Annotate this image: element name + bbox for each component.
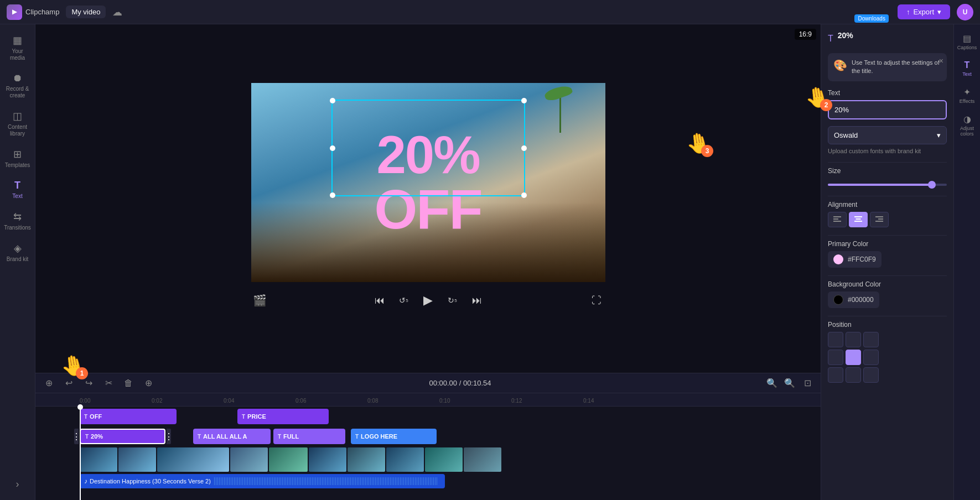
background-color-section: Background Color #000000 — [828, 280, 947, 308]
delete-button[interactable]: 🗑 — [121, 376, 136, 391]
tooltip-close-button[interactable]: × — [939, 56, 943, 65]
user-avatar[interactable]: U — [957, 4, 973, 20]
divider-3 — [828, 235, 947, 236]
primary-color-label: Primary Color — [828, 240, 947, 248]
primary-color-hex: #FFC0F9 — [848, 256, 876, 263]
sidebar-item-record-create[interactable]: ⏺ Record & create — [2, 68, 33, 103]
size-label: Size — [828, 167, 947, 175]
playhead-marker — [77, 404, 83, 410]
align-left-button[interactable] — [828, 212, 847, 227]
svg-rect-8 — [875, 221, 883, 222]
clip-20pct-right-handle[interactable]: ⋮ — [167, 429, 171, 444]
background-color-swatch-row[interactable]: #000000 — [828, 291, 879, 308]
sidebar-item-text[interactable]: T Text — [2, 175, 33, 204]
zoom-in-button[interactable]: 🔍 — [782, 376, 797, 391]
selection-box[interactable] — [331, 100, 525, 196]
tab-adjust-colors[interactable]: ◑ Adjust colors — [955, 110, 979, 141]
clip-all-all[interactable]: T ALL ALL ALL A — [193, 429, 271, 444]
undo-button[interactable]: ↩ — [61, 376, 76, 391]
clip-20pct-left-handle[interactable]: ⋮ — [74, 429, 79, 444]
selection-handle-bl[interactable] — [330, 192, 335, 198]
main-area: ▦ Your media ⏺ Record & create ◫ Content… — [0, 24, 980, 500]
play-button[interactable]: ▶ — [419, 291, 437, 309]
audio-clip[interactable]: ♪ Destination Happiness (30 Seconds Vers… — [80, 474, 445, 488]
content-label: Content library — [6, 124, 30, 137]
center-content: 16:9 20% OFF — [35, 24, 821, 500]
pos-mr[interactable] — [863, 350, 879, 365]
ruler-mark-02: 0:02 — [152, 398, 162, 404]
primary-color-swatch-row[interactable]: #FFC0F9 — [828, 251, 882, 268]
fit-timeline-button[interactable]: ⊡ — [800, 376, 815, 391]
pos-tc[interactable] — [846, 332, 861, 347]
text-input-field[interactable] — [828, 100, 947, 119]
audio-waveform — [213, 477, 438, 485]
sidebar-item-content-library[interactable]: ◫ Content library — [2, 106, 33, 142]
selection-handle-tr[interactable] — [521, 98, 527, 103]
pos-tr[interactable] — [863, 332, 879, 347]
font-upload-link[interactable]: Upload custom fonts with brand kit — [828, 148, 947, 154]
text-label: Text — [12, 193, 22, 200]
clip-logo-label: LOGO HERE — [361, 433, 397, 440]
your-media-label: Your media — [6, 48, 30, 61]
skip-back-button[interactable]: ⏮ — [371, 291, 388, 309]
pos-bc[interactable] — [846, 367, 861, 383]
tab-captions[interactable]: ▤ Captions — [955, 29, 979, 55]
align-center-button[interactable] — [849, 212, 868, 227]
aspect-ratio-badge[interactable]: 16:9 — [795, 29, 816, 40]
background-color-swatch — [833, 295, 843, 305]
clip-full-label: FULL — [283, 433, 299, 440]
rewind-5s-button[interactable]: ↺5 — [395, 291, 413, 309]
video-filmstrip-track[interactable] — [35, 446, 821, 473]
zoom-out-button[interactable]: 🔍 — [764, 376, 780, 391]
forward-5s-button[interactable]: ↻5 — [444, 291, 462, 309]
selection-handle-ml[interactable] — [330, 145, 335, 151]
skip-forward-button[interactable]: ⏭ — [468, 291, 486, 309]
fullscreen-button[interactable]: ⛶ — [588, 291, 605, 309]
transitions-icon: ⇆ — [13, 211, 22, 223]
tab-effects[interactable]: ✦ Effects — [955, 82, 979, 108]
magnet-button[interactable]: ⊕ — [41, 376, 56, 391]
tab-text[interactable]: T Text — [955, 56, 979, 81]
sidebar-item-templates[interactable]: ⊞ Templates — [2, 144, 33, 173]
sidebar-item-transitions[interactable]: ⇆ Transitions — [2, 206, 33, 236]
app-logo: ▶ Clipchamp — [7, 4, 59, 20]
selection-handle-br[interactable] — [521, 192, 527, 198]
pos-tl[interactable] — [828, 332, 843, 347]
downloads-badge[interactable]: Downloads — [854, 14, 888, 23]
sidebar-collapse-btn[interactable]: › — [2, 474, 33, 494]
align-right-button[interactable] — [870, 212, 889, 227]
selection-handle-tl[interactable] — [330, 98, 335, 103]
video-title[interactable]: My video — [66, 6, 106, 18]
cut-button[interactable]: ✂ — [101, 376, 116, 391]
clip-price[interactable]: T PRICE — [237, 409, 329, 424]
sidebar-item-your-media[interactable]: ▦ Your media — [2, 30, 33, 66]
sidebar-item-brand-kit[interactable]: ◈ Brand kit — [2, 238, 33, 267]
pos-mc[interactable] — [846, 350, 861, 365]
redo-button[interactable]: ↪ — [81, 376, 96, 391]
playhead — [80, 407, 81, 500]
clip-20pct[interactable]: T 20% — [80, 429, 165, 444]
selection-handle-mr[interactable] — [521, 145, 527, 151]
alignment-label: Alignment — [828, 201, 947, 209]
svg-rect-5 — [854, 221, 862, 222]
font-selector[interactable]: Oswald ▾ — [828, 126, 947, 144]
pos-ml[interactable] — [828, 350, 843, 365]
svg-rect-3 — [854, 216, 862, 217]
pos-bl[interactable] — [828, 367, 843, 383]
clip-logo-here[interactable]: T LOGO HERE — [351, 429, 437, 444]
audio-track[interactable]: ♪ Destination Happiness (30 Seconds Vers… — [35, 473, 821, 489]
size-slider[interactable] — [828, 184, 947, 186]
add-media-button[interactable]: 🎬 — [251, 291, 269, 309]
export-button[interactable]: ↑ Export ▾ — [898, 4, 950, 19]
ruler-mark-0: 0:00 — [80, 398, 90, 404]
text-panel-icon: T — [965, 60, 970, 70]
clip-all-text-icon: T — [198, 434, 201, 440]
clip-off[interactable]: T OFF — [80, 409, 177, 424]
timeline-area: ⊕ ↩ ↪ ✂ 🗑 ⊕ 00:00.00 / 00:10.54 🔍 🔍 ⊡ 0:… — [35, 373, 821, 500]
pos-br[interactable] — [863, 367, 879, 383]
video-preview-area: 16:9 20% OFF — [35, 24, 821, 373]
timeline-toolbar: ⊕ ↩ ↪ ✂ 🗑 ⊕ 00:00.00 / 00:10.54 🔍 🔍 ⊡ — [35, 373, 821, 393]
zoom-controls: 🔍 🔍 ⊡ — [764, 376, 815, 391]
add-track-button[interactable]: ⊕ — [141, 376, 156, 391]
clip-full[interactable]: T FULL — [273, 429, 345, 444]
